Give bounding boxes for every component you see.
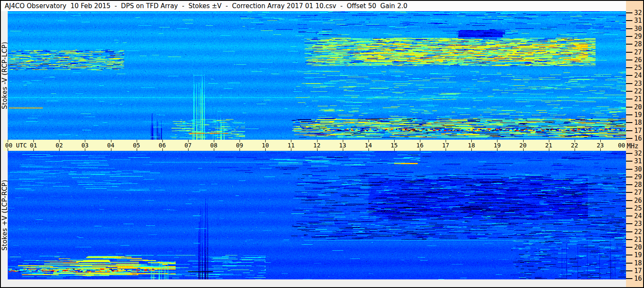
freq-tick (626, 138, 632, 139)
hour-label: 07 (184, 142, 192, 149)
freq-label: 16 (634, 135, 642, 142)
freq-tick-row: 19 (626, 111, 642, 118)
freq-tick (626, 114, 632, 115)
freq-tick-row: 27 (626, 189, 642, 196)
freq-tick (626, 184, 632, 185)
freq-label: 21 (634, 95, 642, 103)
title-bar: AJ4CO Observatory 10 Feb 2015 - DPS on T… (1, 1, 626, 11)
freq-tick-row: 25 (626, 64, 642, 71)
freq-tick (626, 231, 632, 232)
hour-label: 15 (390, 142, 398, 149)
stokes-plus-v-spectrogram (8, 151, 626, 279)
freq-tick-row: 17 (626, 267, 642, 274)
freq-tick-row: 16 (626, 275, 642, 282)
freq-tick (626, 169, 632, 170)
freq-tick-row: 29 (626, 174, 642, 180)
freq-tick-row: 27 (626, 49, 642, 56)
freq-label: 19 (634, 251, 642, 259)
freq-tick-row: 29 (626, 33, 642, 40)
spectrograph-window: AJ4CO Observatory 10 Feb 2015 - DPS on T… (0, 0, 644, 288)
freq-label: 21 (634, 236, 642, 243)
freq-tick-row: 18 (626, 119, 642, 126)
freq-tick (626, 270, 632, 271)
hour-label: 23 (596, 142, 604, 149)
freq-label: 26 (634, 197, 642, 204)
freq-tick (626, 161, 632, 162)
freq-label: 18 (634, 119, 642, 126)
hour-label: 10 (262, 142, 269, 149)
hour-label: 09 (236, 142, 243, 149)
freq-label: 28 (634, 40, 642, 48)
hour-label: 01 (30, 142, 37, 149)
freq-label: 27 (634, 48, 642, 56)
utc-time-axis: 00 UTC0102030405060708091011121314151617… (3, 140, 626, 151)
freq-tick (626, 192, 632, 193)
freq-tick (626, 130, 632, 131)
freq-tick-row: 32 (626, 9, 642, 16)
freq-tick-row: 21 (626, 96, 642, 102)
hour-label: 12 (313, 142, 321, 149)
freq-tick (626, 44, 632, 45)
freq-label: 30 (634, 165, 642, 173)
freq-label: 22 (634, 228, 642, 236)
freq-tick (626, 255, 632, 255)
freq-tick (626, 99, 632, 99)
hour-label: 14 (365, 142, 372, 149)
freq-tick-row: 26 (626, 57, 642, 63)
freq-label: 20 (634, 103, 642, 111)
freq-tick-row: 20 (626, 244, 642, 251)
freq-tick (626, 200, 632, 201)
freq-tick-row: 16 (626, 135, 642, 142)
freq-label: 17 (634, 267, 642, 275)
bottom-margin (8, 279, 626, 287)
freq-tick-row: 30 (626, 25, 642, 32)
freq-tick-row: 20 (626, 104, 642, 111)
freq-tick-row: 24 (626, 213, 642, 219)
freq-label: 20 (634, 243, 642, 251)
freq-tick (626, 122, 632, 123)
freq-tick-row: 21 (626, 236, 642, 243)
freq-label: 17 (634, 127, 642, 135)
freq-label: 31 (634, 157, 642, 165)
freq-tick-row: 28 (626, 41, 642, 48)
stokes-minus-v-spectrogram (8, 11, 626, 140)
hour-label: 00 (618, 142, 625, 149)
hour-label: 19 (494, 142, 501, 149)
freq-tick (626, 153, 632, 154)
freq-tick-row: 31 (626, 17, 642, 24)
freq-label: 23 (634, 80, 642, 87)
freq-label: 31 (634, 17, 642, 24)
freq-tick (626, 36, 632, 37)
freq-tick-row: 23 (626, 80, 642, 87)
freq-tick (626, 60, 632, 60)
freq-label: 32 (634, 150, 642, 157)
freq-label: 29 (634, 33, 642, 40)
hour-label: 17 (442, 142, 449, 149)
freq-label: 25 (634, 204, 642, 212)
freq-tick-row: 25 (626, 205, 642, 212)
freq-label: 19 (634, 111, 642, 119)
hour-label: 06 (159, 142, 166, 149)
freq-tick-row: 31 (626, 158, 642, 165)
freq-tick (626, 247, 632, 248)
freq-label: 18 (634, 259, 642, 267)
freq-label: 16 (634, 275, 642, 282)
freq-label: 28 (634, 181, 642, 189)
freq-label: 30 (634, 25, 642, 33)
freq-tick (626, 239, 632, 240)
freq-tick-row: 24 (626, 72, 642, 79)
hour-label: 02 (56, 142, 63, 149)
freq-label: 24 (634, 72, 642, 79)
freq-tick-row: 28 (626, 181, 642, 188)
freq-label: 25 (634, 64, 642, 72)
freq-tick (626, 83, 632, 84)
freq-tick (626, 278, 632, 279)
hour-label: 04 (107, 142, 114, 149)
freq-label: 24 (634, 212, 642, 220)
freq-tick (626, 20, 632, 21)
freq-tick (626, 67, 632, 68)
freq-tick (626, 12, 632, 13)
freq-tick (626, 52, 632, 53)
hour-label: 05 (133, 142, 140, 149)
hour-label: 18 (468, 142, 475, 149)
